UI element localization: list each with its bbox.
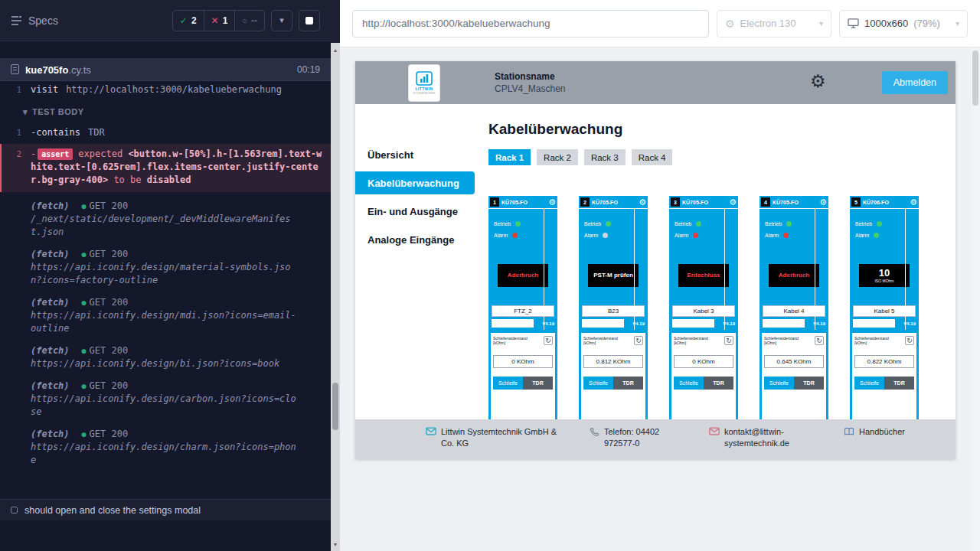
brand-subtitle: SYSTEMTECHNIK [413, 92, 435, 95]
betrieb-label: Betrieb [765, 221, 782, 227]
stat-pending: ○-- [234, 11, 264, 31]
url-input[interactable] [352, 10, 709, 37]
scrollbar-track[interactable]: ▲ ▼ [331, 43, 340, 551]
card-number: 1 [490, 197, 499, 207]
indicators: Betrieb Alarm [850, 218, 919, 241]
schleife-button[interactable]: Schleife [583, 377, 613, 390]
version-row: V4.19 [763, 318, 825, 328]
test-body-section[interactable]: ▾ TEST BODY [0, 98, 331, 125]
fetch-log-entry[interactable]: (fetch)●GET 200 https://api.iconify.desi… [0, 292, 331, 340]
specs-button[interactable]: Specs [11, 15, 58, 27]
schleife-button[interactable]: Schleife [764, 377, 794, 390]
device-card-3: 3 KÜ705-FO ⚙ Betrieb Alarm Erdschluss [669, 196, 738, 419]
tdr-button[interactable]: TDR [613, 377, 643, 390]
tdr-button[interactable]: TDR [523, 377, 553, 390]
next-test-title: should open and close the settings modal [24, 505, 201, 516]
footer-manuals-link[interactable]: Handbücher [844, 426, 905, 438]
viewport-select[interactable]: 1000x660 (79%) ▾ [839, 10, 968, 37]
schleife-button[interactable]: Schleife [493, 377, 523, 390]
status-dot-icon: ● [82, 428, 87, 441]
measure-label: Schleifenwiderstand [kOhm] [674, 336, 718, 345]
tab-rack-3[interactable]: Rack 3 [584, 149, 626, 165]
tab-rack-1[interactable]: Rack 1 [488, 149, 531, 165]
contains-command[interactable]: 1 -containsTDR [0, 125, 331, 141]
card-number: 3 [671, 197, 680, 207]
measure-label: Schleifenwiderstand [kOhm] [493, 336, 537, 345]
sidebar-item-uebersicht[interactable]: Übersicht [355, 143, 475, 166]
fetch-url: https://api.iconify.design/material-symb… [31, 261, 297, 287]
browser-select[interactable]: ⚙ Electron 130 ▾ [717, 10, 831, 37]
refresh-icon[interactable]: ↻ [815, 336, 824, 345]
next-test-row[interactable]: should open and close the settings modal [0, 499, 331, 520]
refresh-icon[interactable]: ↻ [905, 336, 914, 345]
sidebar-item-ein-und-ausgaenge[interactable]: Ein- und Ausgänge [355, 200, 475, 223]
alarm-led [512, 233, 518, 238]
aut-topbar: ⚙ Electron 130 ▾ 1000x660 (79%) ▾ [340, 0, 980, 47]
fetch-log-entry[interactable]: (fetch)●GET 200 https://api.iconify.desi… [0, 375, 331, 423]
footer-phone: Telefon: 04402 972577-0 [590, 426, 680, 449]
sidebar-item-kabelueberwachung[interactable]: Kabelüberwachung [355, 171, 475, 194]
pending-count: -- [251, 15, 257, 26]
browser-icon: ⚙ [725, 18, 735, 30]
visit-command[interactable]: 1 visithttp://localhost:3000/kabelueberw… [0, 82, 331, 98]
fetch-log-entry[interactable]: (fetch)●GET 200 https://api.iconify.desi… [0, 243, 331, 292]
spec-name: kue705fo [25, 64, 68, 76]
measure-label: Schleifenwiderstand [kOhm] [583, 336, 628, 345]
scroll-down-icon[interactable]: ▼ [331, 539, 340, 549]
card-model: KÜ705-FO [773, 200, 799, 205]
card-number: 4 [761, 197, 770, 207]
tab-rack-4[interactable]: Rack 4 [632, 149, 673, 165]
refresh-icon[interactable]: ↻ [634, 336, 643, 345]
settings-gear-icon[interactable]: ⚙ [810, 73, 826, 90]
sidebar-item-analoge-eingaenge[interactable]: Analoge Eingänge [355, 228, 475, 251]
alarm-led [603, 233, 608, 238]
device-card-4: 4 KÜ705-FO ⚙ Betrieb Alarm Aderbruch [760, 196, 828, 419]
measure-value: 0 KOhm [674, 355, 733, 368]
refresh-icon[interactable]: ↻ [544, 336, 553, 345]
command-name: -contains [31, 127, 80, 138]
stop-button[interactable] [299, 10, 320, 31]
tdr-button[interactable]: TDR [704, 377, 733, 390]
brand-name: LITTWIN [415, 86, 433, 91]
fetch-status: GET 200 [90, 344, 129, 357]
reporter-scrollbar: ▲ ▼ [331, 0, 340, 551]
rack-tabs: Rack 1 Rack 2 Rack 3 Rack 4 [488, 149, 943, 165]
card-settings-icon[interactable]: ⚙ [910, 197, 917, 207]
tdr-button[interactable]: TDR [794, 377, 824, 390]
logout-button[interactable]: Abmelden [882, 71, 948, 94]
schleife-button[interactable]: Schleife [854, 377, 884, 390]
collapse-button[interactable]: ▾ [271, 10, 292, 31]
specs-label: Specs [28, 15, 58, 27]
fetch-log-entry[interactable]: (fetch)●GET 200 /_next/static/developmen… [0, 195, 331, 243]
card-settings-icon[interactable]: ⚙ [729, 197, 737, 207]
screen: Specs ✓2 ✕1 ○-- ▾ kue705fo.cy.ts 00:19 1… [0, 0, 980, 551]
measure-value: 0.822 KOhm [854, 355, 914, 368]
scroll-up-icon[interactable]: ▲ [331, 44, 340, 55]
alarm-label: Alarm [584, 233, 598, 238]
indicators: Betrieb Alarm [579, 218, 648, 241]
card-divider [544, 209, 544, 330]
scrollbar-thumb[interactable] [332, 383, 338, 430]
fetch-tag: (fetch) [31, 248, 70, 261]
tdr-button[interactable]: TDR [884, 377, 914, 390]
indicators: Betrieb Alarm [669, 218, 738, 241]
card-settings-icon[interactable]: ⚙ [639, 197, 646, 207]
schleife-button[interactable]: Schleife [674, 377, 704, 390]
device-card-2: 2 KÜ705-FO ⚙ Betrieb Alarm PST-M prüfen [579, 196, 648, 419]
measure-value: 0.812 KOhm [583, 355, 643, 368]
card-settings-icon[interactable]: ⚙ [819, 197, 827, 207]
section-label: TEST BODY [32, 106, 83, 119]
spec-row[interactable]: kue705fo.cy.ts 00:19 [0, 58, 331, 81]
card-settings-icon[interactable]: ⚙ [548, 197, 556, 207]
alarm-label: Alarm [494, 233, 508, 238]
window-scrollbar[interactable] [971, 47, 980, 551]
scrollbar-thumb[interactable] [972, 51, 978, 106]
assert-badge: assert [38, 148, 73, 160]
tab-rack-2[interactable]: Rack 2 [537, 149, 578, 165]
fetch-log-entry[interactable]: (fetch)●GET 200 https://api.iconify.desi… [0, 340, 331, 375]
field-blank [853, 319, 895, 328]
fetch-log-entry[interactable]: (fetch)●GET 200 https://api.iconify.desi… [0, 423, 331, 471]
email-icon [709, 427, 720, 435]
refresh-icon[interactable]: ↻ [724, 336, 733, 345]
failed-assert-command[interactable]: 2 -assertexpected <button.w-[50%].h-[1.5… [0, 144, 331, 192]
